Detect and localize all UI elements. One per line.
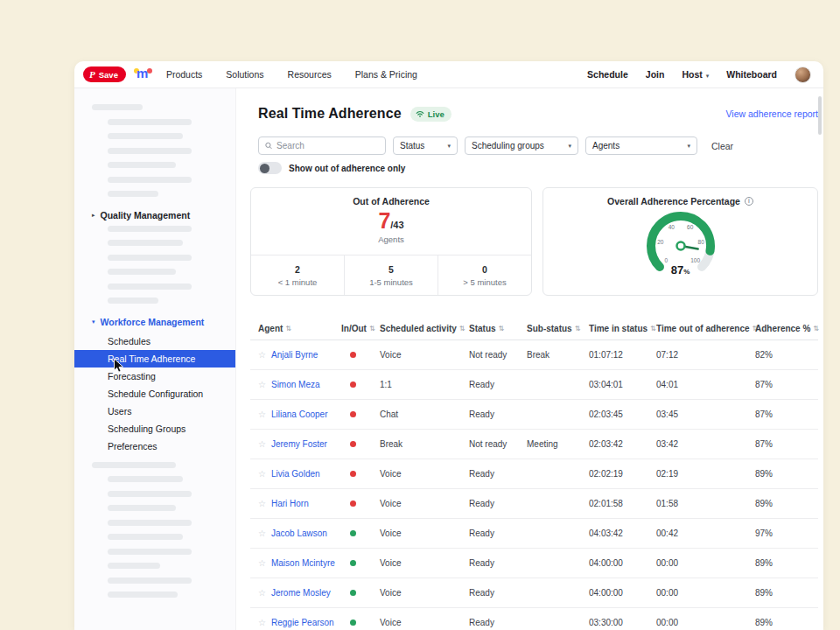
info-icon[interactable]: i (745, 197, 753, 206)
star-icon[interactable]: ☆ (258, 588, 266, 598)
column-label: Time out of adherence (656, 324, 750, 333)
status-cell: Ready (469, 499, 527, 508)
skeleton-bar (108, 578, 192, 584)
adherence-gauge: 020406080100 87% (624, 206, 738, 293)
sort-icon: ⇅ (285, 325, 291, 332)
miro-logo[interactable]: m (134, 66, 155, 83)
agent-link[interactable]: Jerome Mosley (271, 588, 331, 598)
sidebar-item-schedules[interactable]: Schedules (74, 332, 235, 350)
nav-link-resources[interactable]: Resources (288, 69, 332, 80)
top-navbar: P Save m ProductsSolutionsResourcesPlans… (74, 61, 823, 88)
inout-cell (341, 469, 380, 479)
sidebar-item-real-time-adherence[interactable]: Real Time Adherence (74, 350, 235, 368)
sort-icon: ⇅ (650, 325, 656, 332)
agent-cell: ☆Hari Horn (250, 499, 341, 508)
agent-link[interactable]: Livia Golden (271, 469, 320, 479)
star-icon[interactable]: ☆ (258, 350, 266, 360)
column-header-scheduled-activity[interactable]: Scheduled activity⇅ (380, 324, 469, 333)
view-adherence-report-link[interactable]: View adherence report (726, 108, 818, 119)
chevron-down-icon: ▾ (92, 318, 95, 326)
filter-dropdown-status[interactable]: Status▾ (393, 136, 458, 155)
column-header-sub-status[interactable]: Sub-status⇅ (527, 324, 589, 333)
adherence-cell: 82% (755, 350, 818, 360)
time-in-status-cell: 04:00:00 (589, 558, 656, 568)
column-label: Time in status (589, 324, 648, 333)
filter-dropdowns: Status▾Scheduling groups▾Agents▾ (393, 136, 697, 155)
scheduled-activity-cell: Chat (380, 410, 469, 419)
star-icon[interactable]: ☆ (258, 469, 266, 479)
time-out-of-adherence-cell: 07:12 (656, 350, 755, 360)
skeleton-group (74, 104, 235, 197)
agent-link[interactable]: Jacob Lawson (271, 528, 327, 538)
column-header-in-out[interactable]: In/Out⇅ (341, 324, 380, 333)
scrollbar-thumb[interactable] (818, 96, 822, 135)
gauge-svg: 020406080100 (624, 206, 738, 293)
column-header-agent[interactable]: Agent⇅ (250, 324, 341, 333)
time-in-status-cell: 03:30:00 (589, 618, 656, 627)
column-header-time-out-of-adherence[interactable]: Time out of adherence⇅ (656, 324, 755, 333)
adherence-cell: 89% (755, 588, 818, 598)
sidebar-item-scheduling-groups[interactable]: Scheduling Groups (74, 420, 235, 438)
agent-link[interactable]: Jeremy Foster (271, 439, 327, 449)
breakdown-value: 5 (388, 264, 394, 275)
sort-icon: ⇅ (813, 325, 819, 332)
out-of-adherence-unit: Agents (251, 234, 531, 244)
column-header-adherence[interactable]: Adherence %⇅ (755, 324, 818, 333)
table-row: ☆Jerome MosleyVoiceReady04:00:0000:0089% (250, 578, 818, 608)
nav-link-host[interactable]: Host▾ (682, 69, 709, 80)
search-box[interactable] (258, 136, 386, 155)
toggle-knob (260, 164, 270, 173)
skeleton-bar (108, 491, 192, 497)
avatar[interactable] (794, 66, 811, 83)
sidebar-section-quality-management[interactable]: ▸ Quality Management (74, 206, 235, 226)
star-icon[interactable]: ☆ (258, 528, 266, 538)
sub-status-cell: Meeting (527, 439, 589, 449)
sidebar-item-schedule-configuration[interactable]: Schedule Configuration (74, 385, 235, 402)
filter-dropdown-agents[interactable]: Agents▾ (585, 136, 697, 155)
filter-dropdown-scheduling-groups[interactable]: Scheduling groups▾ (465, 136, 578, 155)
star-icon[interactable]: ☆ (258, 499, 266, 508)
agent-link[interactable]: Maison Mcintyre (271, 558, 335, 568)
sort-icon: ⇅ (369, 325, 375, 332)
column-header-status[interactable]: Status⇅ (469, 324, 527, 333)
skeleton-bar (108, 298, 158, 304)
main-content: Real Time Adherence Live View adherence … (236, 88, 823, 630)
star-icon[interactable]: ☆ (258, 410, 266, 419)
nav-link-whiteboard[interactable]: Whiteboard (726, 69, 777, 80)
nav-link-schedule[interactable]: Schedule (587, 69, 628, 80)
time-in-status-cell: 04:00:00 (589, 588, 656, 598)
nav-link-solutions[interactable]: Solutions (226, 69, 263, 80)
dropdown-label: Status (400, 141, 424, 150)
nav-link-products[interactable]: Products (166, 69, 202, 80)
clear-filters-button[interactable]: Clear (711, 141, 733, 151)
star-icon[interactable]: ☆ (258, 439, 266, 449)
agent-link[interactable]: Liliana Cooper (271, 410, 328, 419)
agent-link[interactable]: Simon Meza (271, 380, 320, 389)
column-label: Adherence % (755, 324, 810, 333)
nav-link-plans-pricing[interactable]: Plans & Pricing (355, 69, 417, 80)
star-icon[interactable]: ☆ (258, 380, 266, 389)
table-row: ☆Simon Meza1:1Ready03:04:0104:0187% (250, 370, 818, 400)
column-header-time-in-status[interactable]: Time in status⇅ (589, 324, 656, 333)
sidebar-item-preferences[interactable]: Preferences (74, 438, 235, 455)
star-icon[interactable]: ☆ (258, 558, 266, 568)
pinterest-save-button[interactable]: P Save (83, 66, 126, 82)
agent-link[interactable]: Anjali Byrne (271, 350, 318, 360)
table-row: ☆Livia GoldenVoiceReady02:02:1902:1989% (250, 459, 818, 489)
search-input[interactable] (276, 141, 379, 150)
out-of-adherence-toggle[interactable] (258, 162, 282, 174)
agent-cell: ☆Maison Mcintyre (250, 558, 341, 568)
inout-cell (341, 558, 380, 568)
scheduled-activity-cell: Voice (380, 469, 469, 479)
agent-link[interactable]: Hari Horn (271, 499, 309, 508)
sidebar-section-workforce-management[interactable]: ▾ Workforce Management (74, 312, 235, 332)
sidebar-item-forecasting[interactable]: Forecasting (74, 368, 235, 385)
agent-link[interactable]: Reggie Pearson (271, 618, 334, 627)
table-header: Agent⇅In/Out⇅Scheduled activity⇅Status⇅S… (250, 318, 818, 340)
sidebar-section-label: Quality Management (101, 210, 191, 220)
overall-adherence-card: Overall Adherence Percentage i 020406080… (542, 187, 818, 296)
sidebar-items: SchedulesReal Time AdherenceForecastingS… (74, 332, 235, 455)
sidebar-item-users[interactable]: Users (74, 402, 235, 420)
nav-link-join[interactable]: Join (646, 69, 665, 80)
star-icon[interactable]: ☆ (258, 618, 266, 627)
